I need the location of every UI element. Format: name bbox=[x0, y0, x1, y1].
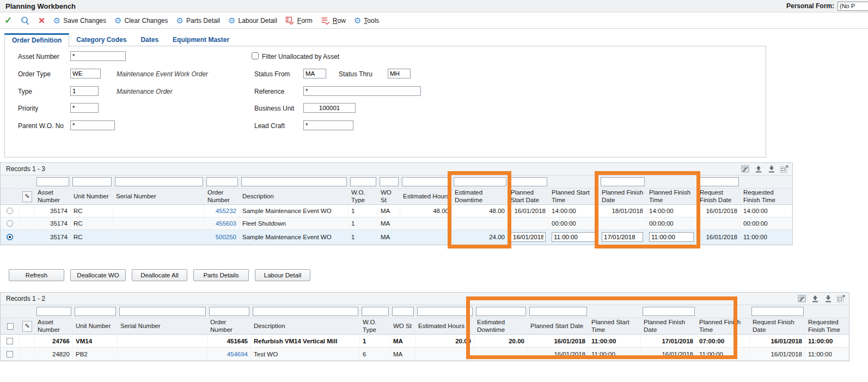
personal-form-select[interactable]: (No P bbox=[838, 2, 868, 11]
column-header-order[interactable]: Order Number bbox=[207, 318, 251, 334]
deallocate-wo-button[interactable]: Deallocate WO bbox=[70, 269, 126, 281]
column-header-rft[interactable]: Requested Finish Time bbox=[805, 318, 849, 334]
export-grid-icon[interactable] bbox=[754, 165, 763, 173]
column-header-asset[interactable]: Asset Number bbox=[35, 189, 71, 204]
type-field[interactable] bbox=[70, 86, 99, 96]
filter-input-asset[interactable] bbox=[36, 307, 71, 316]
column-header-estdt[interactable]: Estimated Downtime bbox=[452, 189, 508, 204]
column-header-unit[interactable]: Unit Number bbox=[71, 189, 113, 204]
filter-input-wost[interactable] bbox=[380, 177, 399, 186]
row-radio[interactable] bbox=[7, 220, 13, 227]
find-button[interactable] bbox=[20, 16, 30, 26]
status-from-field[interactable] bbox=[303, 69, 326, 78]
close-button[interactable]: ✕ bbox=[38, 16, 45, 25]
tab-dates[interactable]: Dates bbox=[133, 33, 166, 46]
select-all-checkbox[interactable] bbox=[7, 323, 14, 330]
filter-input-wotype[interactable] bbox=[362, 307, 389, 316]
status-thru-field[interactable] bbox=[388, 69, 411, 78]
order-type-field[interactable] bbox=[70, 69, 101, 78]
cell-input-pst[interactable] bbox=[552, 232, 596, 242]
filter-input-pfd[interactable] bbox=[601, 177, 645, 186]
row-radio[interactable] bbox=[7, 234, 13, 240]
column-header-pst[interactable]: Planned Start Time bbox=[549, 189, 599, 204]
column-header-psd[interactable]: Planned Start Date bbox=[528, 318, 589, 334]
save-changes-button[interactable]: ⚙ Save Changes bbox=[53, 16, 106, 25]
filter-input-rfd[interactable] bbox=[699, 177, 739, 186]
customize-grid-icon[interactable] bbox=[741, 165, 750, 173]
filter-input-serial[interactable] bbox=[115, 177, 203, 186]
column-header-wotype[interactable]: W.O. Type bbox=[349, 189, 378, 204]
column-header-unit[interactable]: Unit Number bbox=[73, 318, 118, 334]
filter-input-unit[interactable] bbox=[75, 307, 116, 316]
filter-input-esthrs[interactable] bbox=[402, 177, 450, 186]
filter-input-pfd[interactable] bbox=[643, 307, 695, 316]
tab-equipment-master[interactable]: Equipment Master bbox=[166, 33, 236, 46]
labour-detail-button-2[interactable]: Labour Detail bbox=[255, 269, 310, 281]
column-header-pst[interactable]: Planned Start Time bbox=[589, 318, 641, 334]
column-header-order[interactable]: Order Number bbox=[205, 189, 240, 204]
filter-input-psd[interactable] bbox=[529, 307, 587, 316]
filter-input-estdt[interactable] bbox=[476, 307, 526, 316]
filter-input-wost[interactable] bbox=[392, 307, 414, 316]
refresh-button[interactable]: Refresh bbox=[9, 269, 64, 281]
column-header-serial[interactable]: Serial Number bbox=[118, 318, 207, 334]
column-header-pft[interactable]: Planned Finish Time bbox=[696, 318, 750, 334]
filter-input-order[interactable] bbox=[206, 177, 238, 186]
tab-order-definition[interactable]: Order Definition bbox=[4, 33, 69, 47]
export-grid-icon[interactable] bbox=[810, 294, 820, 303]
column-header-rfd[interactable]: Request Finish Date bbox=[750, 318, 805, 334]
filter-input-order[interactable] bbox=[209, 307, 249, 316]
row-checkbox[interactable] bbox=[7, 351, 13, 357]
filter-input-wotype[interactable] bbox=[350, 177, 376, 186]
column-header-esthrs[interactable]: Estimated Hours bbox=[415, 318, 474, 334]
business-unit-field[interactable] bbox=[303, 103, 356, 113]
column-header-desc[interactable]: Description bbox=[251, 318, 360, 334]
expand-grid-icon[interactable] bbox=[836, 294, 846, 303]
filter-input-esthrs[interactable] bbox=[417, 307, 473, 316]
filter-input-estdt[interactable] bbox=[454, 177, 506, 186]
column-header-rft[interactable]: Requested Finish Time bbox=[741, 189, 792, 204]
column-header-pfd[interactable]: Planned Finish Date bbox=[599, 189, 646, 204]
cell-input-pft[interactable] bbox=[649, 232, 694, 242]
filter-unallocated-checkbox[interactable] bbox=[252, 52, 259, 59]
lead-craft-field[interactable] bbox=[303, 120, 353, 130]
filter-input-serial[interactable] bbox=[119, 307, 206, 316]
column-header-psd[interactable]: Planned Start Date bbox=[508, 189, 549, 204]
row-checkbox[interactable] bbox=[7, 338, 13, 344]
filter-input-psd[interactable] bbox=[510, 177, 547, 186]
filter-input-asset[interactable] bbox=[36, 177, 69, 186]
column-header-pft[interactable]: Planned Finish Time bbox=[646, 189, 697, 204]
column-header-wost[interactable]: WO St bbox=[378, 189, 400, 204]
column-header-pfd[interactable]: Planned Finish Date bbox=[641, 318, 696, 334]
cell-input-pfd[interactable] bbox=[602, 232, 643, 242]
expand-grid-icon[interactable] bbox=[780, 165, 789, 173]
column-header-esthrs[interactable]: Estimated Hours bbox=[400, 189, 452, 204]
column-header-wost[interactable]: WO St bbox=[390, 318, 415, 334]
labour-detail-button[interactable]: ⚙ Labour Detail bbox=[228, 16, 277, 25]
reference-field[interactable] bbox=[303, 86, 421, 96]
parts-details-button[interactable]: Parts Details bbox=[193, 269, 249, 281]
customize-grid-icon[interactable] bbox=[797, 294, 806, 303]
priority-field[interactable] bbox=[70, 103, 99, 113]
column-header-desc[interactable]: Description bbox=[240, 189, 349, 204]
filter-input-desc[interactable] bbox=[253, 307, 358, 316]
filter-input-unit[interactable] bbox=[72, 177, 112, 186]
order-number-link[interactable]: 455603 bbox=[216, 220, 236, 227]
filter-input-rfd[interactable] bbox=[751, 307, 804, 316]
import-grid-icon[interactable] bbox=[823, 294, 833, 303]
import-grid-icon[interactable] bbox=[767, 165, 776, 173]
column-header-wotype[interactable]: W.O. Type bbox=[360, 318, 390, 334]
form-menu[interactable]: Form bbox=[285, 16, 313, 25]
column-header-rfd[interactable]: Request Finish Date bbox=[697, 189, 741, 204]
clear-changes-button[interactable]: ⚙ Clear Changes bbox=[114, 16, 168, 25]
tools-menu[interactable]: ⚙ Tools bbox=[354, 16, 379, 25]
column-header-serial[interactable]: Serial Number bbox=[113, 189, 205, 204]
parts-detail-button[interactable]: ⚙ Parts Detail bbox=[176, 16, 220, 25]
ok-button[interactable]: ✓ bbox=[4, 16, 12, 25]
column-header-asset[interactable]: Asset Number bbox=[35, 318, 73, 334]
filter-input-desc[interactable] bbox=[241, 177, 347, 186]
row-radio[interactable] bbox=[7, 208, 13, 214]
order-number-link[interactable]: 454694 bbox=[227, 351, 248, 357]
parent-wo-field[interactable] bbox=[70, 120, 115, 130]
order-number-link[interactable]: 455232 bbox=[216, 208, 236, 214]
